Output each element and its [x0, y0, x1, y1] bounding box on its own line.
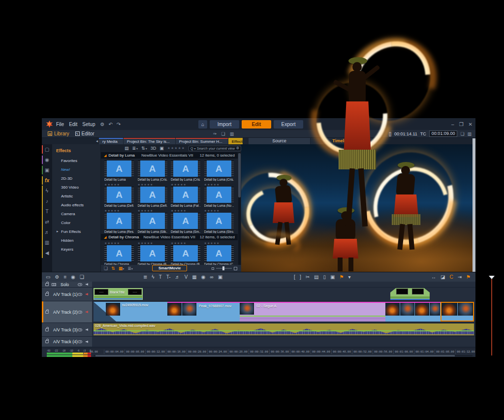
library-tab[interactable]: Project Bin: The Sky is... [124, 138, 175, 144]
track-header-2-selected[interactable]: A/V Track (2) [42, 301, 92, 323]
sidebar-category[interactable]: Camera [52, 209, 100, 218]
effect-thumbnail[interactable]: A [204, 245, 234, 261]
restore-button[interactable]: ❐ [459, 122, 464, 127]
effects-vertical-scrollbar[interactable] [238, 152, 241, 265]
redo-icon[interactable]: ↷ [117, 122, 121, 127]
minimize-button[interactable]: – [451, 122, 454, 127]
clip-video-1[interactable]: sv24905915.mov [94, 302, 167, 322]
timeline-insert-icon[interactable]: ∞ [210, 274, 214, 280]
nav-category-icon[interactable]: T [42, 206, 52, 217]
track-header-3[interactable]: A/V Track (3) [42, 323, 92, 336]
effect-thumbnail[interactable]: A [104, 187, 134, 203]
playhead[interactable] [491, 279, 492, 355]
timeline-insert-icon[interactable]: ϟ [152, 274, 154, 280]
timeline-option-icon[interactable]: C [449, 274, 453, 280]
effect-thumbnail[interactable]: A [204, 161, 234, 177]
timeline-option-icon[interactable]: ↔ [431, 274, 436, 280]
tab-library[interactable]: ▤ Library [48, 131, 69, 136]
sort-icon[interactable]: ⇅▾ [141, 146, 147, 151]
export-button[interactable]: Export [274, 120, 303, 129]
nav-category-icon[interactable]: ▢ [42, 144, 52, 155]
timeline-edit-icon[interactable]: [ [294, 274, 295, 280]
effect-thumbnail[interactable]: A [171, 161, 200, 177]
timeline-insert-icon[interactable]: ♬ [175, 274, 180, 280]
speaker-icon[interactable] [86, 283, 88, 286]
timeline-edit-icon[interactable]: ▯ [323, 274, 326, 280]
list-view-icon[interactable]: ≣▾ [127, 266, 133, 271]
tab-source[interactable]: Source [249, 138, 310, 144]
effect-tile[interactable]: ★★★★★ A Detail by Luma (Res... [103, 208, 136, 234]
timeline-insert-icon[interactable]: ◉ [201, 274, 206, 280]
timeline-option-icon[interactable]: ⇥ [458, 274, 462, 280]
timeline-edit-icon[interactable]: ▾ [348, 274, 350, 280]
undock-icon[interactable]: ❏ [460, 131, 464, 136]
filter-3d-button[interactable]: 3D [151, 146, 157, 151]
timeline-insert-icon[interactable]: T- [166, 274, 171, 280]
speaker-muted-icon[interactable] [86, 311, 88, 313]
timeline-tool-icon[interactable]: ⚙ [55, 274, 59, 280]
menu-edit[interactable]: Edit [69, 122, 77, 127]
effect-tile[interactable]: ★★★★★ A Detail by Luma (Fat ... [169, 182, 203, 208]
clip-video-3[interactable] [385, 302, 430, 322]
track-lane-solo[interactable] [92, 282, 475, 287]
collapse-arrow-icon[interactable]: ◢ [104, 235, 106, 239]
effect-thumbnail[interactable]: A [204, 187, 234, 203]
thumbnail-size-slider[interactable] [212, 267, 237, 270]
effect-tile[interactable]: ★★★★★ A Detail by Luma (Cris... [169, 159, 203, 182]
eye-icon[interactable] [78, 311, 82, 314]
sidebar-category[interactable]: Keyers [52, 245, 100, 254]
effects-group-header[interactable]: ◢ Detail by Chroma NewBlue Video Essenti… [101, 234, 238, 240]
panel-tool-icon[interactable]: ▥ [230, 131, 234, 136]
effect-thumbnail[interactable]: A [138, 245, 167, 261]
timeline-insert-icon[interactable]: T [159, 274, 162, 280]
import-button[interactable]: Import [210, 120, 239, 129]
effect-thumbnail[interactable]: A [104, 213, 134, 229]
tag-icon[interactable]: ▣ [159, 146, 164, 151]
eye-icon[interactable] [78, 283, 82, 286]
clip-video-4[interactable] [430, 302, 441, 322]
lock-icon[interactable] [45, 311, 49, 314]
effect-thumbnail[interactable]: A [171, 187, 200, 203]
dual-monitor-icon[interactable]: ▥ [467, 131, 472, 136]
clip-blanktitle[interactable]: ~~~ ~~~ BlankTitle [94, 288, 143, 300]
lock-icon[interactable] [45, 340, 49, 343]
effect-thumbnail[interactable]: A [204, 213, 234, 229]
effect-thumbnail[interactable]: A [171, 213, 200, 229]
nav-category-icon[interactable]: ⇄ [42, 217, 52, 227]
effect-tile[interactable]: ★★★★★ A Detail by Luma (Cris... [203, 159, 236, 182]
sidebar-category[interactable]: 360 Video [52, 183, 100, 192]
nav-category-icon[interactable]: fx [42, 175, 52, 186]
track-lane-2[interactable]: sv24905915.mov Peak_97688907.mov 02 - Se… [92, 301, 475, 322]
effect-tile[interactable]: ★★★★★ A Detail by Luma (Sm... [169, 208, 203, 234]
effect-tile[interactable]: ★★★★★ A Detail by Luma (Stro... [203, 208, 236, 234]
effect-tile[interactable]: ★★★★★ A Detail by Luma [103, 159, 136, 182]
sidebar-category[interactable]: Artistic [52, 192, 100, 200]
timeline-option-icon[interactable]: ◪ [441, 274, 445, 280]
timeline-edit-icon[interactable]: ⚑ [339, 274, 344, 280]
library-tab[interactable]: Effects: (all)× [228, 138, 243, 144]
clip-audio-wav[interactable]: 028_American_Vista.mid-compiled.wav [94, 323, 474, 335]
rating-filter-stars[interactable]: ★★★★★ [167, 146, 185, 150]
smartmovie-button[interactable]: SmartMovie [152, 265, 187, 271]
eye-icon[interactable] [78, 293, 82, 296]
timeline-insert-icon[interactable]: ≣ [143, 274, 147, 280]
nav-category-icon[interactable]: ▣ [42, 165, 52, 175]
menu-setup[interactable]: Setup [82, 122, 95, 127]
effect-tile[interactable]: ★★★★★ A Detail by Luma (No ... [203, 182, 236, 208]
effect-tile[interactable]: ★★★★★ A Detail by Chroma (B... [136, 240, 170, 265]
clip-music-segue[interactable]: 02 - Segue A [240, 302, 385, 322]
nav-category-icon[interactable]: ▥ [42, 237, 52, 248]
timeline-tool-icon[interactable]: ▭ [46, 274, 50, 280]
library-tab[interactable]: Project Bin: Summer H... [176, 138, 228, 144]
effect-tile[interactable]: ★★★★★ A Detail by Luma (Silk... [136, 208, 170, 234]
lock-icon[interactable] [45, 283, 49, 286]
clip-video-2[interactable]: Peak_97688907.mov [167, 302, 240, 322]
nav-category-icon[interactable]: ◀ [42, 248, 52, 258]
track-header-1[interactable]: A/V Track (1) [42, 288, 92, 301]
effect-tile[interactable]: ★★★★★ A Detail by Chroma (C... [203, 240, 236, 265]
edit-mode-button[interactable]: Edit [242, 120, 271, 129]
folder-icon[interactable]: ▤ [125, 146, 129, 151]
timeline-insert-icon[interactable]: V [185, 274, 188, 280]
menu-file[interactable]: File [56, 122, 64, 127]
collapse-arrow-icon[interactable]: ◢ [104, 154, 106, 158]
